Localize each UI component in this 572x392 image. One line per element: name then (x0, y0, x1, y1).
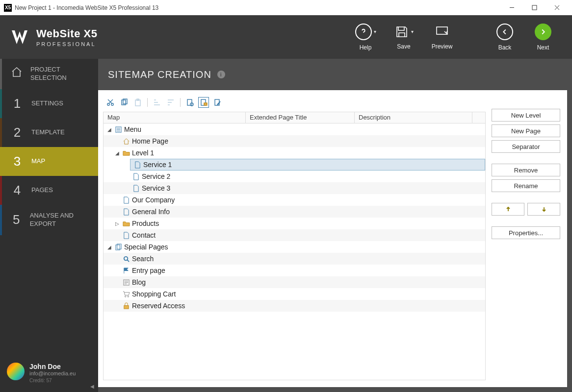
properties-button[interactable]: Properties... (492, 226, 560, 239)
move-down-button[interactable] (527, 203, 560, 216)
tree-label: Menu (124, 125, 141, 133)
lock-page-button[interactable] (198, 97, 209, 108)
save-label: Save (397, 43, 410, 50)
next-button[interactable]: Next (524, 15, 562, 59)
sidebar-step-map[interactable]: 3 MAP (0, 147, 98, 176)
cut-button[interactable] (105, 97, 116, 108)
col-description[interactable]: Description (355, 112, 472, 123)
tree-row-products[interactable]: ▷ Products (104, 218, 485, 229)
tree-panel: Map Extended Page Title Description ◢ Me… (103, 95, 486, 380)
next-icon (535, 24, 551, 40)
pages-icon (114, 243, 122, 251)
tree-row-menu[interactable]: ◢ Menu (104, 123, 485, 135)
arrow-up-icon (505, 206, 512, 213)
svg-rect-11 (204, 103, 207, 105)
tree-row-home[interactable]: Home Page (104, 135, 485, 147)
tree-label: Level 1 (132, 149, 154, 157)
svg-point-16 (124, 256, 128, 260)
page-icon (122, 208, 130, 216)
step-number: 1 (11, 96, 24, 111)
tree-label: General Info (132, 208, 170, 216)
folder-icon (122, 220, 130, 227)
tree-row-general-info[interactable]: General Info (104, 206, 485, 218)
cart-icon (122, 290, 130, 298)
tree-label: Entry page (132, 267, 165, 274)
help-button[interactable]: ▾ Help (346, 15, 385, 59)
brand: WebSite X5 PROFESSIONAL (10, 27, 97, 47)
search-icon (122, 255, 130, 263)
tree-row-entry[interactable]: Entry page (104, 265, 485, 276)
sidebar-step-project-selection[interactable]: PROJECT SELECTION (0, 59, 98, 89)
paste-button[interactable] (132, 97, 143, 108)
step-number: 2 (11, 125, 24, 140)
copy-button[interactable] (119, 97, 130, 108)
rename-button[interactable]: Rename (492, 179, 560, 192)
sidebar-step-settings[interactable]: 1 SETTINGS (0, 89, 98, 118)
new-page-button[interactable]: New Page (492, 124, 560, 137)
move-up-button[interactable] (492, 203, 524, 216)
tree-label: Service 2 (142, 172, 170, 180)
brand-edition: PROFESSIONAL (36, 41, 97, 47)
preview-button[interactable]: Preview (423, 15, 461, 59)
tree-row-contact[interactable]: Contact (104, 229, 485, 241)
svg-rect-8 (187, 99, 192, 105)
sidebar-step-template[interactable]: 2 TEMPLATE (0, 118, 98, 147)
separator-button[interactable]: Separator (492, 140, 560, 153)
remove-button[interactable]: Remove (492, 164, 560, 176)
action-buttons: New Level New Page Separator Remove Rena… (492, 95, 560, 380)
collapse-all-button[interactable] (165, 97, 176, 108)
back-label: Back (498, 44, 512, 51)
blog-icon (122, 278, 130, 286)
sidebar-step-pages[interactable]: 4 PAGES (0, 176, 98, 205)
tree-row-service2[interactable]: Service 2 (104, 171, 485, 182)
page-icon (122, 231, 130, 239)
avatar (7, 363, 25, 380)
minimize-button[interactable] (500, 0, 523, 15)
expand-all-button[interactable] (152, 97, 162, 108)
preview-label: Preview (432, 43, 453, 50)
tree-label: Home Page (132, 137, 168, 145)
edit-page-button[interactable] (212, 97, 223, 108)
tree-row-service1[interactable]: Service 1 (130, 159, 485, 171)
save-button[interactable]: ▾ Save (385, 15, 423, 59)
tree-row-level1[interactable]: ◢ Level 1 (104, 147, 485, 159)
step-number: 3 (11, 154, 24, 169)
user-box[interactable]: John Doe info@incomedia.eu Crediti: 57 ◀ (0, 357, 98, 392)
tree-row-cart[interactable]: Shopping Cart (104, 288, 485, 300)
tree-row-our-company[interactable]: Our Company (104, 194, 485, 206)
sidebar-step-analyse-export[interactable]: 5 ANALYSE AND EXPORT (0, 205, 98, 235)
svg-point-18 (125, 295, 126, 296)
maximize-button[interactable] (523, 0, 546, 15)
caret-right-icon[interactable]: ▷ (114, 220, 120, 226)
collapse-sidebar-icon[interactable]: ◀ (90, 384, 94, 389)
back-icon (496, 24, 513, 40)
col-map[interactable]: Map (104, 112, 246, 123)
tree-row-search[interactable]: Search (104, 253, 485, 265)
tree-row-service3[interactable]: Service 3 (104, 182, 485, 194)
caret-down-icon[interactable]: ◢ (106, 244, 112, 250)
new-level-button[interactable]: New Level (492, 109, 560, 122)
tree-row-special[interactable]: ◢ Special Pages (104, 241, 485, 253)
tree-label: Service 1 (143, 161, 172, 169)
col-extended-title[interactable]: Extended Page Title (246, 112, 355, 123)
tree-label: Our Company (132, 196, 175, 204)
back-button[interactable]: Back (486, 15, 524, 59)
close-button[interactable] (546, 0, 568, 15)
caret-down-icon[interactable]: ◢ (106, 126, 112, 132)
preview-icon (435, 24, 449, 39)
window-title: New Project 1 - Incomedia WebSite X5 Pro… (15, 4, 158, 11)
hide-page-button[interactable] (184, 97, 195, 108)
sidebar-step-label: TEMPLATE (31, 128, 65, 137)
sidebar: PROJECT SELECTION 1 SETTINGS 2 TEMPLATE … (0, 59, 98, 392)
info-icon[interactable]: i (217, 71, 225, 78)
tree-label: Shopping Cart (132, 290, 176, 298)
svg-rect-0 (532, 5, 537, 10)
tree-row-reserved[interactable]: Reserved Access (104, 300, 485, 312)
svg-point-2 (107, 103, 109, 105)
sitemap-tree[interactable]: ◢ Menu Home Page ◢ Level 1 (103, 123, 486, 380)
page-icon (133, 161, 141, 169)
caret-down-icon[interactable]: ◢ (114, 150, 120, 156)
user-credits: Crediti: 57 (29, 378, 76, 383)
tree-row-blog[interactable]: Blog (104, 276, 485, 288)
lock-icon (122, 302, 130, 310)
